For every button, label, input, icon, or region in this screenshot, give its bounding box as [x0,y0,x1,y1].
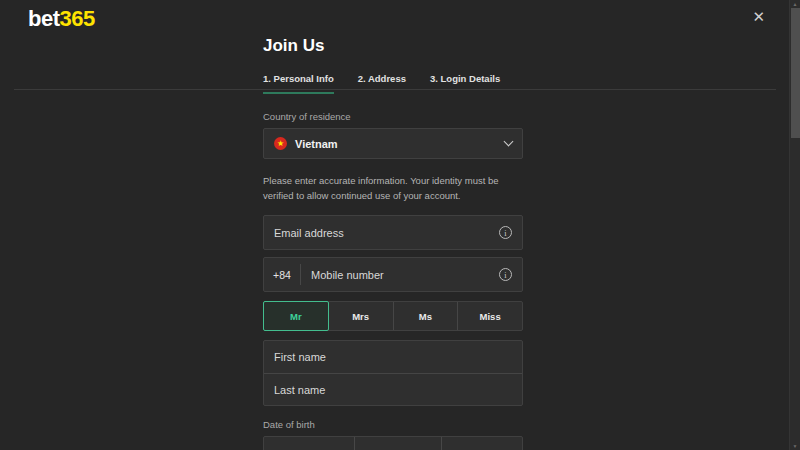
tab-login-details[interactable]: 3. Login Details [430,73,500,94]
bet365-logo[interactable]: bet365 [28,6,95,32]
country-value: Vietnam [295,138,505,150]
last-name-row [264,373,522,405]
scrollbar-thumb[interactable] [791,8,800,138]
first-name-field[interactable] [274,351,512,363]
country-select[interactable]: ★ Vietnam [263,128,523,159]
mobile-field[interactable] [311,269,499,281]
title-selector: Mr Mrs Ms Miss [263,301,523,331]
mobile-row: +84 i [263,257,523,292]
title-option-ms[interactable]: Ms [393,302,458,330]
join-form: Join Us 1. Personal Info 2. Address 3. L… [263,0,523,450]
scroll-down-icon[interactable]: ▼ [790,443,800,449]
country-label: Country of residence [263,111,523,122]
dob-selector: Day Month Year [263,436,523,450]
tab-personal-info[interactable]: 1. Personal Info [263,73,334,94]
page-title: Join Us [263,36,523,56]
logo-text-bet: bet [28,6,60,31]
scroll-up-icon[interactable]: ▲ [790,1,800,7]
title-option-mrs[interactable]: Mrs [328,302,393,330]
dob-month-select[interactable]: Month [354,437,441,450]
page-scrollbar[interactable]: ▲ ▼ [789,0,800,450]
dob-year-select[interactable]: Year [441,437,522,450]
vietnam-flag-icon: ★ [274,137,287,150]
logo-text-365: 365 [60,6,95,31]
dob-label: Date of birth [263,419,523,430]
dial-code: +84 [264,269,300,281]
tab-address[interactable]: 2. Address [358,73,406,94]
close-icon[interactable]: ✕ [750,7,767,26]
first-name-row [264,341,522,373]
dial-code-divider [300,264,301,285]
join-page: bet365 ✕ Join Us 1. Personal Info 2. Add… [0,0,800,450]
title-option-mr[interactable]: Mr [263,301,329,331]
last-name-field[interactable] [274,384,512,396]
title-option-miss[interactable]: Miss [457,302,522,330]
chevron-down-icon [504,137,514,147]
step-tabs: 1. Personal Info 2. Address 3. Login Det… [263,73,523,94]
name-fields [263,340,523,406]
email-info-icon[interactable]: i [499,226,512,239]
identity-notice: Please enter accurate information. Your … [263,173,521,203]
mobile-info-icon[interactable]: i [499,268,512,281]
email-field[interactable] [274,227,499,239]
email-row: i [263,215,523,250]
dob-day-select[interactable]: Day [264,437,354,450]
